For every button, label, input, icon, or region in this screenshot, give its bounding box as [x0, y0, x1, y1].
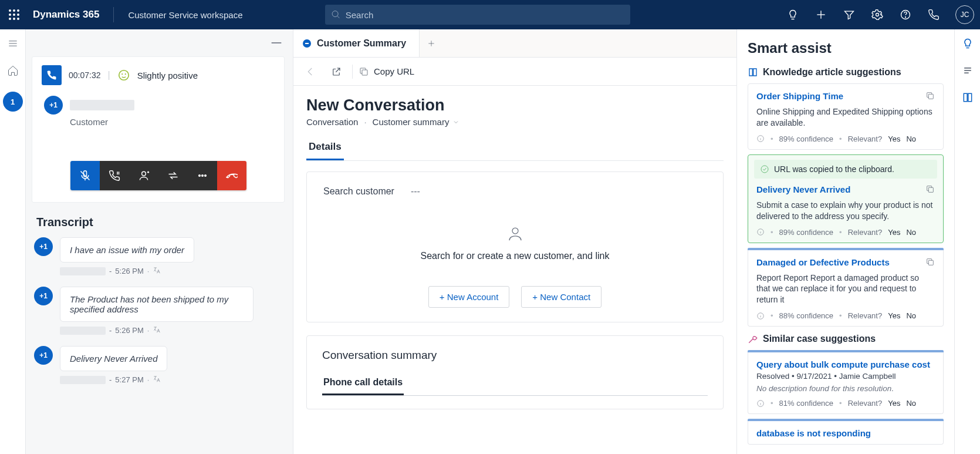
relevant-yes[interactable]: Yes — [888, 399, 900, 408]
hamburger-icon[interactable] — [7, 38, 19, 52]
svg-point-20 — [119, 70, 129, 80]
knowledge-card-desc: Report Report Report a damaged product s… — [756, 273, 935, 306]
copy-url-button[interactable]: Copy URL — [359, 66, 414, 77]
confidence-label: 81% confidence — [779, 399, 834, 408]
tab-customer-summary[interactable]: Customer Summary — [293, 29, 420, 57]
knowledge-search-icon[interactable] — [962, 92, 974, 106]
relevant-no[interactable]: No — [906, 311, 916, 320]
relevant-no[interactable]: No — [906, 228, 916, 237]
svg-point-1 — [13, 9, 15, 12]
session-pill[interactable]: 1 — [3, 92, 23, 112]
section-knowledge-header: Knowledge article suggestions — [748, 67, 944, 78]
sep: | — [108, 70, 110, 80]
new-account-button[interactable]: + New Account — [428, 286, 509, 308]
empty-customer-text: Search for or create a new customer, and… — [421, 251, 610, 261]
agent-scripts-icon[interactable] — [962, 65, 974, 79]
svg-point-32 — [204, 175, 206, 177]
smart-assist-header: Smart assist — [748, 40, 944, 56]
case-card-title[interactable]: database is not responding — [756, 428, 871, 438]
sentiment-label: Slightly positive — [137, 70, 198, 80]
knowledge-card-highlight: URL was copied to the clipboard. Deliver… — [748, 154, 944, 243]
confidence-label: 89% confidence — [779, 228, 834, 237]
home-icon[interactable] — [7, 65, 19, 79]
relevant-yes[interactable]: Yes — [888, 311, 900, 320]
customer-role: Customer — [70, 117, 275, 127]
copy-icon — [359, 66, 369, 77]
gear-icon[interactable] — [871, 8, 884, 21]
copy-link-icon[interactable] — [925, 184, 935, 196]
search-customer-value[interactable]: --- — [411, 186, 420, 197]
svg-rect-46 — [928, 260, 933, 265]
transcript-item: +1 Delivery Never Arrived - 5:27 PM · — [34, 346, 285, 385]
conversation-panel: 00:07:32 | Slightly positive +1 Customer — [26, 29, 293, 454]
svg-point-21 — [121, 73, 123, 75]
svg-point-2 — [17, 9, 19, 12]
message-badge: +1 — [34, 237, 53, 256]
crumb-conversation: Conversation — [306, 117, 358, 127]
sentiment-icon — [117, 69, 130, 82]
copy-url-label: Copy URL — [374, 66, 414, 76]
popout-button[interactable] — [326, 62, 346, 82]
svg-point-3 — [9, 14, 11, 16]
back-button[interactable] — [300, 62, 320, 82]
info-icon — [756, 134, 765, 143]
mute-button[interactable] — [70, 161, 100, 190]
tab-phone-call-details[interactable]: Phone call details — [322, 377, 404, 395]
svg-rect-35 — [362, 70, 367, 75]
tab-details[interactable]: Details — [306, 141, 344, 160]
command-bar: Copy URL — [293, 58, 736, 86]
search-input[interactable] — [346, 10, 624, 20]
tab-add-button[interactable] — [420, 39, 443, 48]
translate-icon[interactable] — [153, 375, 161, 385]
user-avatar[interactable]: JC — [955, 5, 974, 24]
copy-link-icon[interactable] — [925, 257, 935, 269]
knowledge-card: Damaged or Defective Products Report Rep… — [748, 250, 944, 327]
message-time: 5:27 PM — [115, 375, 143, 384]
message-badge: +1 — [34, 287, 53, 305]
new-contact-button[interactable]: + New Contact — [521, 286, 601, 308]
relevant-no[interactable]: No — [906, 134, 916, 143]
svg-point-31 — [201, 175, 203, 177]
case-card-title[interactable]: Query about bulk compute purchase cost — [756, 359, 930, 369]
message-badge: +1 — [34, 346, 53, 365]
case-card: Query about bulk compute purchase cost R… — [748, 352, 944, 414]
end-call-button[interactable] — [217, 161, 246, 190]
lightbulb-icon[interactable] — [786, 8, 799, 21]
smart-assist-toggle-icon[interactable] — [962, 38, 974, 52]
knowledge-card-title[interactable]: Order Shipping Time — [756, 91, 843, 101]
call-card: 00:07:32 | Slightly positive +1 Customer — [32, 56, 285, 203]
more-button[interactable] — [188, 161, 217, 190]
help-icon[interactable] — [899, 8, 912, 21]
top-navbar: Dynamics 365 Customer Service workspace … — [0, 0, 980, 29]
plus-icon[interactable] — [815, 8, 827, 21]
transcript-item: +1 The Product has not been shipped to m… — [34, 287, 285, 335]
call-type-icon — [42, 65, 62, 85]
knowledge-card-title[interactable]: Damaged or Defective Products — [756, 257, 890, 267]
transfer-button[interactable] — [158, 161, 188, 190]
hold-button[interactable] — [100, 161, 129, 190]
phone-icon[interactable] — [927, 8, 940, 21]
section-cases-header: Similar case suggestions — [748, 334, 944, 344]
search-box[interactable] — [325, 5, 630, 25]
relevant-no[interactable]: No — [906, 399, 916, 408]
relevant-yes[interactable]: Yes — [888, 228, 900, 237]
panel-collapse[interactable] — [26, 29, 293, 56]
svg-point-7 — [13, 18, 15, 20]
main-column: Customer Summary Copy URL New Conversati… — [293, 29, 737, 454]
svg-rect-37 — [928, 94, 933, 99]
knowledge-card-title[interactable]: Delivery Never Arrived — [756, 184, 850, 194]
message-text: The Product has not been shipped to my s… — [60, 287, 254, 322]
center-scroll: New Conversation Conversation · Customer… — [293, 86, 736, 454]
message-time: 5:26 PM — [115, 267, 143, 275]
svg-point-30 — [198, 175, 200, 177]
app-launcher-icon[interactable] — [6, 6, 22, 23]
info-icon — [756, 312, 765, 320]
translate-icon[interactable] — [153, 325, 161, 335]
relevant-yes[interactable]: Yes — [888, 134, 900, 143]
copy-link-icon[interactable] — [925, 91, 935, 103]
translate-icon[interactable] — [153, 266, 161, 276]
filter-icon[interactable] — [843, 8, 856, 21]
crumb-customer-summary-dropdown[interactable]: Customer summary — [373, 117, 460, 127]
details-tabbar: Details — [306, 141, 724, 161]
consult-button[interactable] — [129, 161, 158, 190]
